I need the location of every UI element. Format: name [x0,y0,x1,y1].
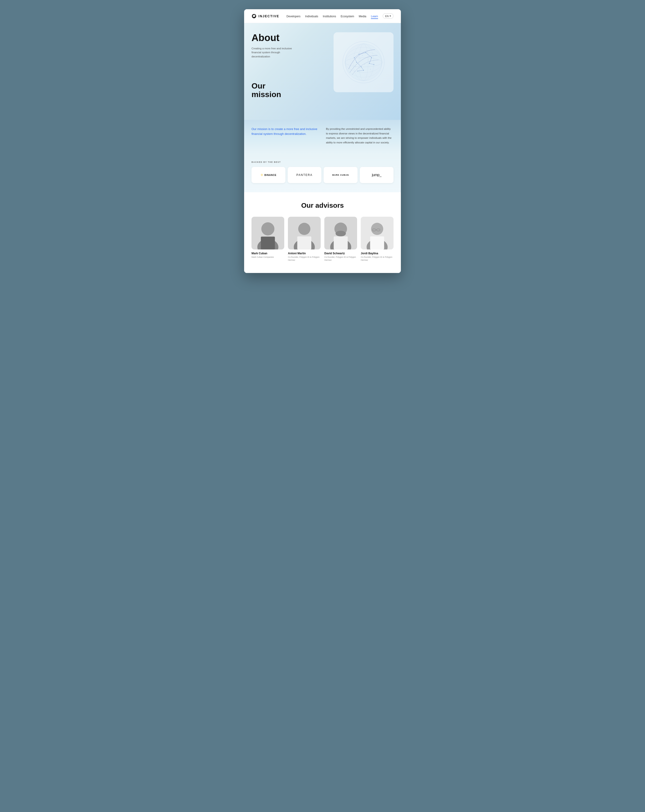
advisor-mark-cuban: Mark Cuban Mark Cuban Companies [252,217,284,261]
svg-point-28 [360,58,360,59]
nav-links: Developers Individuals Institutions Ecos… [287,14,378,18]
advisors-title: Our advisors [252,201,393,209]
logo-text: INJECTIVE [258,14,279,18]
antoni-photo [288,217,321,249]
globe-graphic [338,37,389,88]
advisor-name-jordi: Jordi Baylina [361,252,378,255]
mission-section: Our mission is to create a more free and… [244,120,401,154]
page-wrapper: INJECTIVE Developers Individuals Institu… [244,9,401,273]
binance-diamond-icon [260,173,264,177]
logo-icon [252,14,256,19]
advisor-photo-jordi [361,217,393,249]
advisor-antoni-martin: Antoni Martin Co-founder, Polygon ID & P… [288,217,321,261]
jump-logo: jump_ [372,173,381,177]
mission-title: Our mission [252,82,329,99]
mark-cuban-photo [252,217,284,249]
nav-learn[interactable]: Learn [371,15,378,19]
advisor-name-david: David Schwartz [324,252,345,255]
advisor-role-antoni: Co-founder, Polygon ID & Polygon Hermez [288,256,321,261]
svg-rect-35 [261,237,275,249]
hero-subtitle: Creating a more free and inclusive finan… [252,47,293,58]
binance-text: BINANCE [264,174,277,176]
svg-point-27 [368,60,368,60]
backer-markcuban: MARK CUBAN [324,167,358,183]
svg-rect-39 [297,236,311,249]
david-photo [324,217,357,249]
advisor-david-schwartz: David Schwartz Co-founder, Polygon ID & … [324,217,357,261]
mission-columns: Our mission is to create a more free and… [252,127,393,145]
navbar: INJECTIVE Developers Individuals Institu… [244,9,401,23]
advisor-name-antoni: Antoni Martin [288,252,306,255]
logo[interactable]: INJECTIVE [252,14,279,19]
jordi-photo [361,217,393,249]
svg-point-33 [261,223,274,236]
chevron-down-icon: ▾ [390,15,391,18]
globe-card [334,32,393,92]
advisor-role-david: Co-founder, Polygon ID & Polygon Hermez [324,256,357,261]
page-title: About [252,32,329,43]
svg-point-31 [370,69,371,69]
binance-logo: BINANCE [260,173,277,177]
mission-right-text: By providing the unrestricted and unprec… [326,127,393,145]
advisors-grid: Mark Cuban Mark Cuban Companies Antoni M… [252,217,393,261]
mission-left-text: Our mission is to create a more free and… [252,127,319,145]
advisor-photo-mark [252,217,284,249]
advisor-role-mark: Mark Cuban Companies [252,256,274,259]
svg-point-42 [335,231,346,236]
hero-section: About Creating a more free and inclusive… [244,23,401,120]
svg-point-26 [362,55,363,56]
svg-point-30 [355,67,356,67]
nav-ecosystem[interactable]: Ecosystem [341,15,354,18]
advisor-name-mark: Mark Cuban [252,252,267,255]
advisor-jordi-baylina: Jordi Baylina Co-founder, Polygon ID & P… [361,217,393,261]
nav-media[interactable]: Media [359,15,366,18]
markcuban-logo: MARK CUBAN [332,174,349,176]
backer-jump: jump_ [360,167,394,183]
svg-point-1 [345,44,382,81]
hero-content: About Creating a more free and inclusive… [252,32,393,106]
backer-pantera: PANTERA [288,167,322,183]
backed-label: BACKED BY THE BEST [252,161,393,163]
svg-rect-51 [370,236,384,249]
pantera-logo: PANTERA [296,173,313,177]
advisor-photo-antoni [288,217,321,249]
advisor-photo-david [324,217,357,249]
nav-individuals[interactable]: Individuals [305,15,318,18]
hero-text: About Creating a more free and inclusive… [252,32,329,106]
advisors-section: Our advisors Mark Cuban Mark [244,192,401,273]
nav-developers[interactable]: Developers [287,15,300,18]
language-selector[interactable]: EN ▾ [383,14,393,19]
svg-rect-44 [334,236,348,249]
nav-institutions[interactable]: Institutions [323,15,336,18]
backed-section: BACKED BY THE BEST BINANCE PANTERA [244,154,401,192]
advisor-role-jordi: Co-founder, Polygon ID & Polygon Hermez [361,256,393,261]
svg-point-29 [364,64,365,65]
backers-grid: BINANCE PANTERA MARK CUBAN jump_ [252,167,393,183]
backer-binance: BINANCE [252,167,285,183]
svg-point-37 [298,223,311,235]
